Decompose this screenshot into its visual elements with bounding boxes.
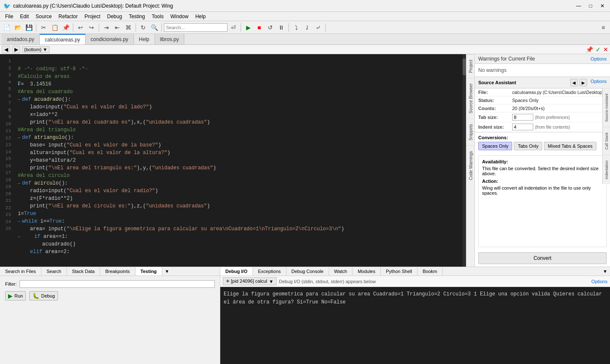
tab-testing[interactable]: Testing (136, 267, 162, 276)
vtab-source-browser[interactable]: Source Browser (466, 78, 474, 119)
step-into-button[interactable]: ⤵ (291, 22, 301, 33)
tab-watch[interactable]: Watch (329, 267, 353, 276)
test-actions: ▶ Run 🐛 Debug (3, 290, 217, 302)
bottom-tabs-more[interactable]: ▼ (162, 267, 172, 276)
indent-button[interactable]: ⇥ (101, 22, 111, 33)
maximize-button[interactable]: □ (586, 2, 595, 10)
run-test-button[interactable]: ▶ Run (5, 291, 26, 301)
pin-icon[interactable]: 📌 (586, 46, 593, 53)
menu-tools[interactable]: Tools (148, 13, 167, 20)
menubar: File Edit Source Refactor Project Debug … (0, 12, 610, 21)
minimize-button[interactable]: — (574, 2, 583, 10)
rbottom-more[interactable]: ▼ (600, 267, 610, 276)
tab-bookmarks[interactable]: Bookm (418, 267, 443, 276)
nav-forward-button[interactable]: ▶ (12, 46, 20, 53)
find-button[interactable]: 🔍 (149, 22, 159, 33)
tab-breakpoints[interactable]: Breakpoints (100, 267, 135, 276)
toolbar-search-input[interactable] (164, 23, 227, 32)
menu-file[interactable]: File (2, 13, 17, 20)
vtab-snippets[interactable]: Snippets (466, 119, 474, 146)
run-button[interactable]: ▶ (243, 22, 253, 33)
menu-window[interactable]: Window (167, 13, 192, 20)
sa-options-button[interactable]: Options (591, 79, 607, 86)
dropdown-arrow: ▼ (269, 279, 274, 284)
filter-input[interactable] (19, 280, 215, 288)
vtab-indentation[interactable]: Indentation (603, 155, 610, 185)
debug-options-button[interactable]: Options (591, 279, 607, 284)
tab-debug-io[interactable]: Debug I/O (220, 267, 253, 276)
new-file-button[interactable]: 📄 (2, 22, 12, 33)
tab-debug-console[interactable]: Debug Console (286, 267, 329, 276)
menu-help[interactable]: Help (192, 13, 209, 20)
vtab-source-assistant[interactable]: Source Assistant (603, 88, 610, 127)
tab-calculoareas[interactable]: calculoareas.py (40, 34, 86, 44)
step-out-button[interactable]: ⤶ (313, 22, 323, 33)
tabs-only-button[interactable]: Tabs Only (514, 142, 542, 150)
right-bottom-panel: Debug I/O Exceptions Debug Console Watch… (220, 267, 610, 364)
deindent-button[interactable]: ⇤ (112, 22, 122, 33)
editor-scrollbar[interactable] (463, 54, 466, 267)
menu-source[interactable]: Source (32, 13, 55, 20)
conversion-buttons: Spaces Only Tabs Only Mixed Tabs & Space… (478, 142, 607, 150)
tab-search-in-files[interactable]: Search in Files (0, 267, 42, 276)
pause-button[interactable]: ⏸ (276, 22, 286, 33)
process-selector[interactable]: ✳ [pid 24096] calcul ▼ (223, 277, 277, 285)
restart-button[interactable]: ↺ (265, 22, 275, 33)
tab-condicionales[interactable]: condicionales.py (86, 34, 134, 44)
debug-test-button[interactable]: 🐛 Debug (29, 291, 58, 301)
tab-anidados[interactable]: anidados.py (2, 34, 40, 44)
window-title: calculoareas.py (C:\Users\Claudio Luis\D… (13, 3, 173, 9)
menu-debug[interactable]: Debug (104, 13, 125, 20)
tab-modules[interactable]: Modules (352, 267, 381, 276)
reload-button[interactable]: ↻ (138, 22, 148, 33)
search-go-button[interactable]: ⏎ (228, 22, 238, 33)
debug-output[interactable]: Elige la figura geometrica para calcular… (220, 287, 610, 364)
close-window-button[interactable]: ✕ (598, 2, 607, 10)
debug-icon: 🐛 (32, 292, 39, 299)
menu-testing[interactable]: Testing (125, 13, 148, 20)
redo-button[interactable]: ↪ (86, 22, 97, 33)
vtab-project[interactable]: Project (466, 54, 474, 78)
code-content[interactable]: # -*- coding: utf-8 -*- #Calculo de area… (13, 54, 466, 267)
tab-exceptions[interactable]: Exceptions (253, 267, 286, 276)
scrollbar-thumb[interactable] (463, 58, 466, 75)
menu-project[interactable]: Project (81, 13, 103, 20)
copy-button[interactable]: 📋 (50, 22, 60, 33)
paste-button[interactable]: 📌 (61, 22, 71, 33)
tab-python-shell[interactable]: Python Shell (381, 267, 418, 276)
run-label: Run (14, 293, 23, 298)
tab-help[interactable]: Help (134, 34, 155, 44)
position-dropdown[interactable]: (bottom) ▼ (22, 46, 50, 53)
open-file-button[interactable]: 📂 (13, 22, 23, 33)
tab-stack-data[interactable]: Stack Data (67, 267, 100, 276)
menu-refactor[interactable]: Refactor (55, 13, 81, 20)
debug-toolbar: ✳ [pid 24096] calcul ▼ Debug I/O (stdin,… (220, 276, 610, 287)
cut-button[interactable]: ✂ (39, 22, 49, 33)
comment-button[interactable]: ⌘ (123, 22, 133, 33)
vtab-code-warnings[interactable]: Code Warnings (466, 146, 474, 185)
vtab-call-stack[interactable]: Call Stack (603, 127, 610, 155)
close-nav-button[interactable]: ✕ (603, 46, 608, 53)
step-over-button[interactable]: ⤸ (302, 22, 312, 33)
spaces-only-button[interactable]: Spaces Only (478, 142, 512, 150)
sa-nav-next[interactable]: ▶ (580, 79, 587, 86)
tab-search[interactable]: Search (42, 267, 67, 276)
nav-back-button[interactable]: ◀ (2, 46, 10, 53)
sa-indentsize-input[interactable] (512, 124, 533, 130)
undo-button[interactable]: ↩ (75, 22, 86, 33)
sa-status-value: Spaces Only (512, 98, 607, 103)
sa-title: Source Assistant (478, 80, 516, 85)
check-icon[interactable]: ✓ (596, 46, 601, 53)
mixed-tabs-button[interactable]: Mixed Tabs & Spaces (544, 142, 596, 150)
save-button[interactable]: 💾 (24, 22, 34, 33)
sa-tabsize-input[interactable] (512, 114, 533, 121)
conversions-section: Conversions: Spaces Only Tabs Only Mixed… (475, 132, 610, 153)
warnings-options-button[interactable]: Options (591, 56, 607, 61)
menu-edit[interactable]: Edit (17, 13, 32, 20)
editor-pane[interactable]: 1234 5678 9101112 13141516 17181920 2122… (0, 54, 466, 267)
stop-button[interactable]: ■ (254, 22, 264, 33)
tab-libros[interactable]: libros.py (155, 34, 185, 44)
sa-nav-prev[interactable]: ◀ (570, 79, 578, 86)
more-button[interactable]: ≡ (598, 22, 608, 33)
convert-button[interactable]: Convert (478, 252, 607, 264)
